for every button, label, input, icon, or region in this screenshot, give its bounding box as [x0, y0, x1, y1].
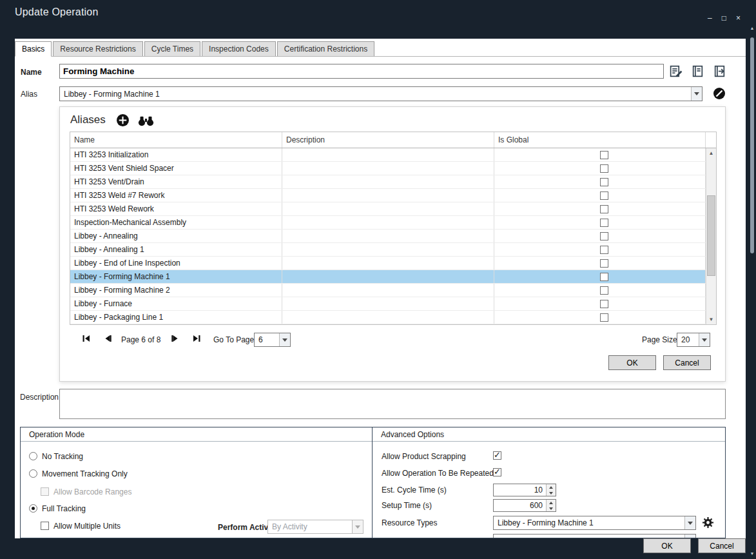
spin-up-icon[interactable] [547, 500, 556, 505]
checkbox-allow-multiple-units[interactable]: Allow Multiple Units [41, 521, 121, 531]
table-scrollbar[interactable]: ▲ ▼ [706, 148, 716, 324]
alias-table-row[interactable]: HTI 3253 Vent Shield Spacer [70, 162, 706, 175]
ok-button[interactable]: OK [643, 538, 691, 553]
maximize-button[interactable]: □ [722, 14, 726, 22]
open-book-icon[interactable] [690, 64, 704, 78]
tab-basics[interactable]: Basics [15, 41, 52, 57]
name-input[interactable] [59, 64, 664, 79]
previous-page-icon[interactable] [102, 333, 113, 344]
spin-down-icon[interactable] [547, 490, 556, 496]
last-page-icon[interactable] [191, 333, 202, 344]
alias-name-cell: Libbey - Annealing 1 [70, 243, 282, 256]
alias-table-row[interactable]: Libbey - Furnace [70, 297, 706, 311]
partial-combobox[interactable] [493, 534, 696, 538]
alias-isglobal-cell [494, 270, 706, 283]
description-input[interactable] [59, 389, 726, 419]
alias-table-row[interactable]: Libbey - End of Line Inspection [70, 257, 706, 270]
alias-table-row[interactable]: Libbey - Annealing [70, 230, 706, 243]
scroll-down-icon[interactable]: ▼ [749, 551, 755, 556]
search-aliases-binoculars-icon[interactable] [137, 116, 155, 128]
is-global-checkbox[interactable] [600, 178, 608, 186]
next-page-icon[interactable] [170, 333, 180, 344]
first-page-icon[interactable] [81, 333, 92, 344]
setup-time-spinner[interactable]: 600 [493, 499, 556, 512]
cancel-button[interactable]: Cancel [698, 538, 746, 553]
tab-certification-restrictions[interactable]: Certification Restrictions [277, 41, 374, 56]
book-import-icon[interactable] [712, 64, 726, 78]
is-global-checkbox[interactable] [600, 151, 608, 159]
is-global-checkbox[interactable] [600, 164, 608, 173]
is-global-checkbox[interactable] [600, 286, 608, 295]
close-button[interactable]: × [736, 14, 741, 22]
is-global-checkbox[interactable] [600, 191, 608, 200]
table-scroll-down-icon[interactable]: ▼ [706, 315, 716, 324]
aliases-table-header: Name Description Is Global [70, 132, 716, 148]
est-cycle-time-spinner[interactable]: 10 [493, 484, 556, 496]
minimize-button[interactable]: – [708, 14, 712, 22]
tab-resource-restrictions[interactable]: Resource Restrictions [53, 41, 142, 56]
tab-inspection-codes[interactable]: Inspection Codes [202, 41, 276, 56]
is-global-checkbox[interactable] [600, 259, 608, 268]
alias-name-cell: HTI 3253 Vent/Drain [70, 175, 282, 188]
chevron-down-icon [702, 338, 707, 342]
alias-table-row[interactable]: Inspection-Mechanical Assembly [70, 216, 706, 230]
spin-up-icon[interactable] [547, 484, 556, 490]
is-global-checkbox[interactable] [600, 205, 608, 213]
aliases-ok-button[interactable]: OK [608, 355, 656, 370]
edit-properties-icon[interactable] [668, 64, 683, 78]
column-header-description[interactable]: Description [282, 132, 494, 148]
radio-icon[interactable] [29, 452, 37, 460]
alias-dropdown-button[interactable] [691, 87, 702, 101]
alias-table-row[interactable]: HTI 3253 Weld #7 Rework [70, 189, 706, 202]
resource-types-settings-gear-icon[interactable] [703, 517, 713, 530]
is-global-checkbox[interactable] [600, 219, 608, 227]
alias-table-row[interactable]: HTI 3253 Vent/Drain [70, 175, 706, 189]
radio-icon[interactable] [29, 469, 37, 478]
alias-table-row[interactable]: Libbey - Forming Machine 1 [70, 270, 706, 284]
spinner-buttons[interactable] [546, 500, 556, 511]
alias-table-row[interactable]: Libbey - Forming Machine 2 [70, 284, 706, 297]
clear-alias-icon[interactable] [713, 87, 726, 100]
resource-types-dropdown-button[interactable] [684, 516, 695, 529]
checkbox-icon[interactable] [41, 522, 49, 530]
goto-page-dropdown-button[interactable] [279, 333, 290, 346]
spin-down-icon[interactable] [547, 505, 556, 511]
alias-table-row[interactable]: HTI 3253 Initialization [70, 148, 706, 162]
alias-combobox[interactable]: Libbey - Forming Machine 1 [59, 86, 703, 101]
column-header-name[interactable]: Name [70, 132, 282, 148]
is-global-checkbox[interactable] [600, 300, 608, 308]
radio-movement-tracking-only[interactable]: Movement Tracking Only [29, 469, 128, 478]
table-scroll-thumb[interactable] [707, 195, 715, 276]
page-size-dropdown-button[interactable] [699, 333, 710, 346]
page-size-combobox[interactable]: 20 [677, 333, 710, 347]
radio-full-tracking[interactable]: Full Tracking [29, 504, 86, 513]
goto-page-combobox[interactable]: 6 [254, 333, 291, 347]
is-global-checkbox[interactable] [600, 273, 608, 281]
scroll-thumb[interactable] [750, 37, 754, 253]
allow-operation-repeated-checkbox[interactable] [493, 468, 501, 476]
table-scroll-up-icon[interactable]: ▲ [706, 148, 716, 158]
alias-table-row[interactable]: HTI 3253 Weld Rework [70, 202, 706, 216]
allow-product-scrapping-checkbox[interactable] [493, 451, 501, 460]
add-alias-icon[interactable] [116, 113, 130, 127]
alias-name-cell: HTI 3253 Weld #7 Rework [70, 189, 282, 202]
window-scrollbar[interactable]: ▲ ▼ [749, 26, 755, 556]
is-global-checkbox[interactable] [600, 232, 608, 240]
alias-table-row[interactable]: Libbey - Packaging Line 1 [70, 311, 706, 324]
alias-description-cell [282, 284, 494, 297]
perform-activities-combobox: By Activity [267, 520, 363, 534]
radio-icon[interactable] [29, 504, 37, 513]
column-header-isglobal[interactable]: Is Global [494, 132, 706, 148]
alias-table-row[interactable]: Libbey - Annealing 1 [70, 243, 706, 257]
scroll-up-icon[interactable]: ▲ [749, 26, 755, 31]
tab-cycle-times[interactable]: Cycle Times [144, 41, 200, 56]
is-global-checkbox[interactable] [600, 246, 608, 254]
alias-description-cell [282, 230, 494, 242]
spinner-buttons[interactable] [546, 484, 556, 496]
is-global-checkbox[interactable] [600, 313, 608, 322]
radio-no-tracking[interactable]: No Tracking [29, 451, 83, 461]
alias-isglobal-cell [494, 189, 706, 202]
resource-types-combobox[interactable]: Libbey - Forming Machine 1 [493, 516, 696, 530]
aliases-cancel-button[interactable]: Cancel [663, 355, 711, 370]
advanced-options-group: Advanced Options Allow Product Scrapping… [373, 427, 726, 538]
